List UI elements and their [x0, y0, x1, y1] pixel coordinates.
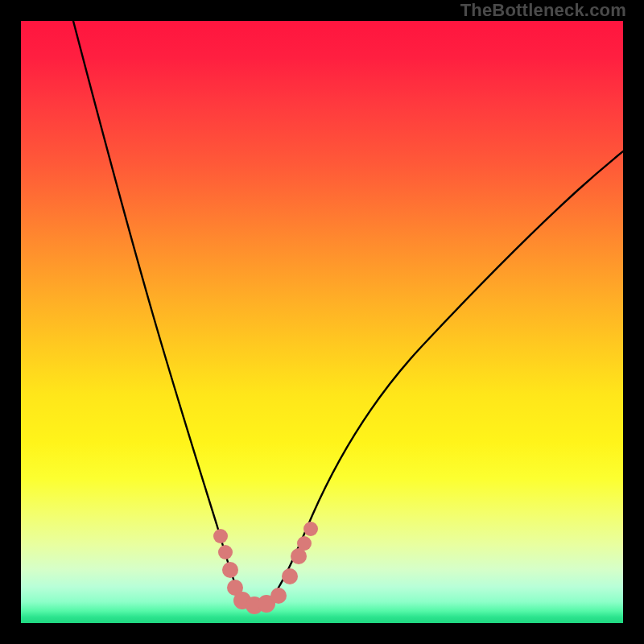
svg-point-0: [213, 529, 228, 543]
marker-dots: [213, 522, 318, 614]
svg-point-1: [218, 545, 233, 559]
svg-point-8: [282, 568, 298, 584]
watermark-text: TheBottleneck.com: [460, 0, 626, 21]
svg-point-7: [270, 588, 287, 604]
svg-point-11: [303, 522, 318, 536]
svg-point-10: [297, 536, 312, 551]
chart-svg: [21, 21, 623, 623]
main-curve: [73, 21, 623, 605]
chart-frame: [21, 21, 623, 623]
svg-point-2: [222, 562, 238, 578]
